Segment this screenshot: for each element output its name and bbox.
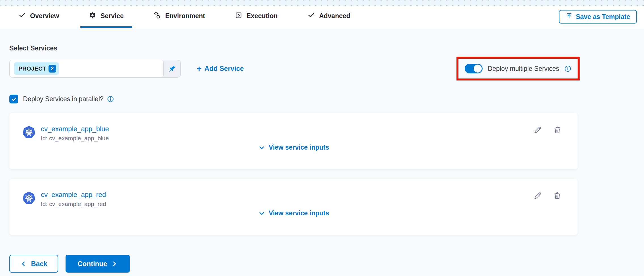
service-card-head: cv_example_app_red Id: cv_example_app_re… xyxy=(9,179,578,207)
save-as-template-label: Save as Template xyxy=(576,13,630,21)
info-icon[interactable] xyxy=(564,65,571,72)
deploy-parallel-row: Deploy Services in parallel? xyxy=(9,95,574,103)
tag-count-badge: 2 xyxy=(49,65,56,73)
tab-service[interactable]: Service xyxy=(80,6,132,28)
project-services-tag[interactable]: PROJECT 2 xyxy=(14,62,59,75)
footer-buttons: Back Continue xyxy=(9,255,574,273)
tab-label: Environment xyxy=(165,12,205,20)
deploy-parallel-checkbox[interactable] xyxy=(9,95,18,103)
deploy-multiple-services-toggle[interactable] xyxy=(465,64,483,73)
service-id: Id: cv_example_app_blue xyxy=(41,135,109,142)
edit-service-button[interactable] xyxy=(533,191,542,200)
tab-label: Service xyxy=(100,12,124,20)
tab-execution[interactable]: Execution xyxy=(226,6,286,28)
trash-icon xyxy=(553,191,562,200)
view-inputs-label: View service inputs xyxy=(269,144,329,151)
trash-icon xyxy=(553,126,562,134)
tab-advanced[interactable]: Advanced xyxy=(299,6,359,28)
tab-environment[interactable]: Environment xyxy=(145,6,214,28)
tab-label: Advanced xyxy=(319,12,350,20)
chevron-down-icon xyxy=(258,144,265,151)
back-button[interactable]: Back xyxy=(9,255,58,273)
info-icon[interactable] xyxy=(107,95,114,103)
continue-label: Continue xyxy=(78,260,107,268)
pin-button[interactable] xyxy=(164,60,180,77)
play-square-icon xyxy=(235,12,242,21)
select-services-row: PROJECT 2 + Add Service Deploy multiple … xyxy=(9,57,574,80)
upload-icon xyxy=(566,12,573,21)
red-annotation-rectangle: Deploy multiple Services xyxy=(456,57,580,80)
add-service-button[interactable]: + Add Service xyxy=(197,64,244,73)
pencil-icon xyxy=(533,191,542,200)
chevron-left-icon xyxy=(20,260,27,267)
pin-icon xyxy=(168,64,176,73)
service-card: cv_example_app_red Id: cv_example_app_re… xyxy=(9,179,578,235)
service-card-texts: cv_example_app_red Id: cv_example_app_re… xyxy=(41,191,106,207)
toggle-knob xyxy=(474,65,482,73)
tag-name: PROJECT xyxy=(18,65,46,72)
tab-label: Execution xyxy=(247,12,278,20)
service-name-link[interactable]: cv_example_app_red xyxy=(41,191,106,199)
delete-service-button[interactable] xyxy=(553,126,562,134)
gear-icon xyxy=(89,12,96,21)
hexagons-icon xyxy=(153,12,161,21)
deploy-multiple-services-label: Deploy multiple Services xyxy=(488,65,559,73)
service-name-link[interactable]: cv_example_app_blue xyxy=(41,125,109,133)
edit-service-button[interactable] xyxy=(533,126,542,134)
selected-services-area[interactable]: PROJECT 2 xyxy=(10,60,164,77)
check-icon xyxy=(11,96,17,102)
service-tab-content: Select Services PROJECT 2 + Add Service xyxy=(0,28,574,273)
add-service-label: Add Service xyxy=(205,65,244,73)
tab-label: Overview xyxy=(30,12,59,20)
check-icon xyxy=(18,12,26,21)
kubernetes-icon xyxy=(22,126,36,139)
select-services-label: Select Services xyxy=(9,44,574,52)
stage-tabbar: Overview Service Environment Execution A… xyxy=(0,6,644,28)
deploy-parallel-label: Deploy Services in parallel? xyxy=(23,95,104,103)
pipeline-canvas-strip xyxy=(0,0,644,6)
pencil-icon xyxy=(533,126,542,134)
kubernetes-icon xyxy=(22,191,36,205)
service-id: Id: cv_example_app_red xyxy=(41,201,106,207)
chevron-right-icon xyxy=(111,260,118,267)
service-card-texts: cv_example_app_blue Id: cv_example_app_b… xyxy=(41,125,109,142)
check-icon xyxy=(308,12,315,21)
back-label: Back xyxy=(31,260,47,268)
continue-button[interactable]: Continue xyxy=(66,255,130,273)
plus-icon: + xyxy=(197,64,202,73)
chevron-down-icon xyxy=(258,210,265,217)
delete-service-button[interactable] xyxy=(553,191,562,200)
tab-overview[interactable]: Overview xyxy=(10,6,68,28)
service-card-head: cv_example_app_blue Id: cv_example_app_b… xyxy=(9,113,578,142)
select-services-input[interactable]: PROJECT 2 xyxy=(9,60,181,78)
view-service-inputs-expander[interactable]: View service inputs xyxy=(258,209,329,217)
view-service-inputs-expander[interactable]: View service inputs xyxy=(258,144,329,151)
service-card-actions xyxy=(533,126,562,134)
service-card-actions xyxy=(533,191,562,200)
save-as-template-button[interactable]: Save as Template xyxy=(559,10,637,24)
view-inputs-label: View service inputs xyxy=(269,209,329,217)
service-card: cv_example_app_blue Id: cv_example_app_b… xyxy=(9,113,578,169)
